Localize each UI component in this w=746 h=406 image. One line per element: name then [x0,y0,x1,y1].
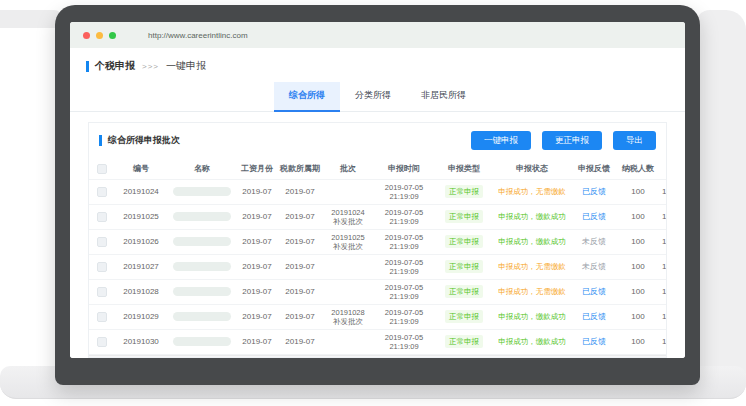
one-click-declare-button[interactable]: 一键申报 [471,131,531,150]
batch-panel: 综合所得申报批次 一键申报 更正申报 导出 编号名称工资月份税款所属期批次申报时… [88,122,667,358]
declare-type-badge: 正常申报 [445,335,483,348]
declare-status-text: 申报成功，无需缴款 [498,262,566,271]
horizontal-scrollbar[interactable]: ◄ ► [89,355,666,358]
row-checkbox[interactable] [97,262,107,272]
declare-type-badge: 正常申报 [445,285,483,298]
batch-number-cell: 20191028 [115,287,167,297]
table-row: 201910262019-072019-0720191025补发批次2019-0… [89,230,666,255]
declare-type-cell: 正常申报 [435,185,493,198]
row-checkbox[interactable] [97,312,107,322]
declare-type-cell: 正常申报 [435,285,493,298]
declare-type-badge: 正常申报 [445,235,483,248]
name-cell [167,237,237,246]
column-header: 批次 [323,164,373,174]
feedback-cell: 已反馈 [571,337,617,347]
header-select-cell [89,164,115,174]
declare-time-cell: 2019-07-0521:19:09 [373,308,435,326]
row-checkbox[interactable] [97,187,107,197]
declare-type-cell: 正常申报 [435,310,493,323]
tax-period-cell: 2019-07 [277,187,323,197]
feedback-text: 已反馈 [582,312,606,321]
declare-status-text: 申报成功，缴款成功 [498,237,566,246]
column-header: 申报反馈 [571,164,617,174]
table-row: 201910292019-072019-0720191028补发批次2019-0… [89,305,666,330]
declare-type-cell: 正常申报 [435,210,493,223]
browser-window: http://www.careerintlinc.com 个税申报 >>> 一键… [70,22,685,358]
row-select-cell [89,262,115,272]
row-checkbox[interactable] [97,337,107,347]
declare-status-cell: 申报成功，无需缴款 [493,287,571,297]
declare-status-cell: 申报成功，缴款成功 [493,337,571,347]
tab-classified-income[interactable]: 分类所得 [340,82,406,112]
taxpayer-count-cell: 100 [617,312,659,322]
declare-status-text: 申报成功，缴款成功 [498,312,566,321]
column-header: 申报状态 [493,164,571,174]
batch-number-cell: 20191027 [115,262,167,272]
window-minimize-icon[interactable] [96,32,103,39]
window-close-icon[interactable] [83,32,90,39]
batch-ref-cell: 20191025补发批次 [323,233,373,251]
tax-period-cell: 2019-07 [277,262,323,272]
feedback-cell: 已反馈 [571,312,617,322]
tax-period-cell: 2019-07 [277,287,323,297]
batch-ref-cell: 20191024补发批次 [323,208,373,226]
declare-status-text: 申报成功，缴款成功 [498,212,566,221]
name-cell [167,262,237,271]
table-row: 201910282019-072019-072019-07-0521:19:09… [89,280,666,305]
clipped-cell: 11 [659,337,666,347]
clipped-cell: 11 [659,187,666,197]
clipped-cell: 11 [659,212,666,222]
declare-type-badge: 正常申报 [445,260,483,273]
page-content: 个税申报 >>> 一键申报 综合所得 分类所得 非居民所得 综合所得申报批次 一… [70,48,685,358]
taxpayer-count-cell: 100 [617,287,659,297]
breadcrumb-separator: >>> [142,62,159,71]
feedback-cell: 已反馈 [571,212,617,222]
row-select-cell [89,312,115,322]
row-select-cell [89,187,115,197]
tab-comprehensive-income[interactable]: 综合所得 [274,82,340,112]
declare-time-cell: 2019-07-0521:19:09 [373,208,435,226]
declare-status-text: 申报成功，无需缴款 [498,187,566,196]
select-all-checkbox[interactable] [97,164,107,174]
window-maximize-icon[interactable] [109,32,116,39]
taxpayer-count-cell: 100 [617,237,659,247]
column-header: 编号 [115,164,167,174]
feedback-text: 未反馈 [582,262,606,271]
breadcrumb-title: 个税申报 [95,59,135,73]
panel-title: 综合所得申报批次 [108,134,180,147]
row-checkbox[interactable] [97,287,107,297]
breadcrumb-current: 一键申报 [166,59,206,73]
name-cell [167,187,237,196]
name-cell [167,287,237,296]
declare-status-cell: 申报成功，缴款成功 [493,212,571,222]
taxpayer-count-cell: 100 [617,212,659,222]
feedback-cell: 未反馈 [571,262,617,272]
row-checkbox[interactable] [97,237,107,247]
declare-type-cell: 正常申报 [435,235,493,248]
panel-actions: 一键申报 更正申报 导出 [471,131,656,150]
salary-month-cell: 2019-07 [237,187,277,197]
address-bar[interactable]: http://www.careerintlinc.com [148,31,248,40]
redacted-name [173,262,231,271]
feedback-cell: 已反馈 [571,187,617,197]
declare-status-cell: 申报成功，无需缴款 [493,262,571,272]
feedback-text: 已反馈 [582,337,606,346]
correction-declare-button[interactable]: 更正申报 [542,131,602,150]
accent-bar [86,61,89,72]
column-header: 申报时间 [373,164,435,174]
row-checkbox[interactable] [97,212,107,222]
export-button[interactable]: 导出 [613,131,656,150]
table-header-row: 编号名称工资月份税款所属期批次申报时间申报类型申报状态申报反馈纳税人数 [89,159,666,180]
declare-status-text: 申报成功，无需缴款 [498,287,566,296]
tab-nonresident-income[interactable]: 非居民所得 [406,82,481,112]
redacted-name [173,312,231,321]
feedback-cell: 未反馈 [571,237,617,247]
tax-period-cell: 2019-07 [277,237,323,247]
salary-month-cell: 2019-07 [237,337,277,347]
row-select-cell [89,287,115,297]
declare-time-cell: 2019-07-0521:19:09 [373,333,435,351]
column-header: 申报类型 [435,164,493,174]
redacted-name [173,187,231,196]
laptop-screen: http://www.careerintlinc.com 个税申报 >>> 一键… [55,5,700,385]
redacted-name [173,237,231,246]
